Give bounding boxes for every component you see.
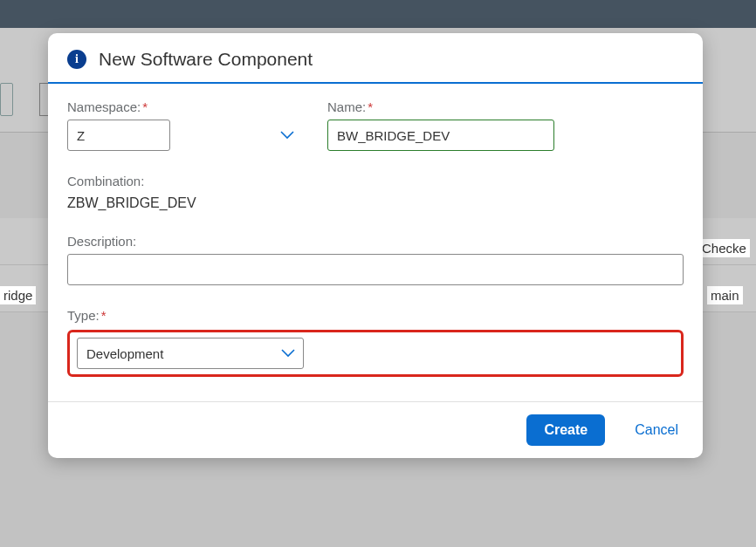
type-select-wrap: [77, 338, 304, 369]
create-button[interactable]: Create: [526, 414, 605, 446]
chevron-down-icon: [280, 131, 294, 140]
dialog-title: New Software Component: [99, 49, 313, 70]
type-label: Type:*: [67, 308, 684, 323]
name-field: Name:*: [327, 99, 554, 151]
namespace-select-wrap: [67, 120, 303, 151]
dialog-header: i New Software Component: [48, 33, 703, 84]
namespace-select[interactable]: [67, 120, 170, 151]
type-label-text: Type:: [67, 308, 100, 323]
bg-cell-left: ridge: [0, 286, 36, 304]
name-label: Name:*: [327, 99, 554, 114]
required-marker: *: [101, 308, 107, 323]
row-description: Description:: [67, 234, 684, 285]
type-select[interactable]: [77, 338, 304, 369]
info-icon: i: [67, 50, 86, 69]
row-type: Type:*: [67, 308, 684, 377]
type-highlight: [67, 330, 684, 377]
combination-field: Combination: ZBW_BRIDGE_DEV: [67, 174, 196, 211]
required-marker: *: [368, 99, 373, 114]
namespace-label-text: Namespace:: [67, 99, 141, 114]
description-field: Description:: [67, 234, 684, 285]
row-namespace-name: Namespace:* Name:*: [67, 99, 684, 151]
bg-col-header: Checke: [698, 239, 750, 257]
namespace-field: Namespace:*: [67, 99, 303, 151]
cancel-button[interactable]: Cancel: [629, 419, 684, 441]
bg-cell-right: main: [707, 286, 743, 304]
name-label-text: Name:: [327, 99, 366, 114]
description-label: Description:: [67, 234, 684, 249]
dialog-footer: Create Cancel: [48, 401, 703, 458]
description-input[interactable]: [67, 254, 684, 285]
name-input[interactable]: [327, 120, 554, 151]
row-combination: Combination: ZBW_BRIDGE_DEV: [67, 174, 684, 211]
type-field: Type:*: [67, 308, 684, 377]
combination-label: Combination:: [67, 174, 196, 188]
new-software-component-dialog: i New Software Component Namespace:* Nam…: [48, 33, 703, 458]
dialog-body: Namespace:* Name:* Combination: ZBW: [48, 84, 703, 401]
required-marker: *: [142, 99, 148, 114]
namespace-label: Namespace:*: [67, 99, 303, 114]
combination-value: ZBW_BRIDGE_DEV: [67, 195, 196, 211]
